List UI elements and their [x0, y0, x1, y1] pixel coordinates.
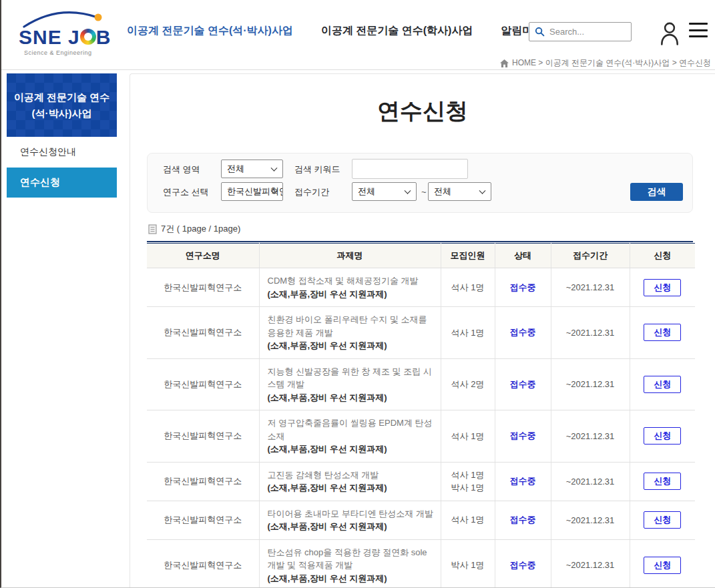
status-badge: 접수중: [510, 430, 536, 440]
sidebar-item-application[interactable]: 연수신청: [7, 168, 117, 198]
project-note: (소재,부품,장비 우선 지원과제): [268, 443, 435, 456]
apply-cell: 신청: [630, 268, 695, 307]
search-filter-panel: 검색 영역 전체 검색 키워드 연구소 선택 한국신발피혁연구소 접수기간 전체…: [147, 153, 693, 213]
table-row: 한국신발피혁연구소 타이어용 초내마모 부타디엔 탄성소재 개발 (소재,부품,…: [147, 501, 695, 539]
apply-cell: 신청: [630, 410, 695, 463]
col-apply: 신청: [630, 244, 695, 268]
search-field-select[interactable]: 전체: [221, 160, 283, 178]
col-project: 과제명: [259, 244, 441, 268]
apply-cell: 신청: [630, 307, 695, 359]
search-button[interactable]: 검색: [630, 183, 683, 201]
home-icon: [500, 59, 509, 67]
col-status: 상태: [495, 244, 551, 268]
institute-cell: 한국신발피혁연구소: [147, 410, 259, 463]
project-title: CDM형 접착소재 및 해체공정기술 개발: [268, 274, 435, 288]
apply-cell: 신청: [630, 501, 695, 539]
period-cell: ~2021.12.31: [551, 501, 630, 539]
col-institute: 연구소명: [147, 244, 259, 268]
breadcrumb[interactable]: HOME > 이공계 전문기술 연수(석·박사)사업 > 연수신청: [500, 57, 711, 69]
status-cell: 접수중: [495, 539, 551, 588]
search-icon[interactable]: [535, 27, 545, 37]
header-search-box[interactable]: [529, 22, 632, 41]
nav-item-bachelors-program[interactable]: 이공계 전문기술 연수(학사)사업: [321, 24, 473, 38]
project-note: (소재,부품,장비 우선 지원과제): [268, 288, 435, 301]
status-badge: 접수중: [510, 327, 536, 337]
project-note: (소재,부품,장비 우선 지원과제): [268, 391, 435, 404]
project-title: 지능형 신발공장을 위한 창 제조 및 조립 시스템 개발: [268, 365, 435, 391]
period-cell: ~2021.12.31: [551, 410, 630, 463]
table-body: 한국신발피혁연구소 CDM형 접착소재 및 해체공정기술 개발 (소재,부품,장…: [147, 268, 695, 588]
period-cell: ~2021.12.31: [551, 268, 630, 307]
result-summary-text: 7건 ( 1page / 1page): [161, 223, 240, 235]
quota-cell: 석사 1명: [441, 307, 495, 359]
apply-button[interactable]: 신청: [644, 511, 681, 529]
breadcrumb-text: HOME > 이공계 전문기술 연수(석·박사)사업 > 연수신청: [512, 57, 711, 69]
apply-button[interactable]: 신청: [644, 376, 681, 393]
apply-button[interactable]: 신청: [644, 557, 681, 574]
period-from-select[interactable]: 전체: [352, 182, 417, 201]
logo-o-ring: [80, 29, 96, 45]
institute-cell: 한국신발피혁연구소: [147, 462, 259, 501]
project-title: 탄소섬유 chop을 적용한 경량 절연화 sole 개발 및 적용제품 개발: [268, 546, 435, 572]
application-table: 연구소명 과제명 모집인원 상태 접수기간 신청 한국신발피혁연구소 CDM형 …: [147, 243, 695, 588]
institute-cell: 한국신발피혁연구소: [147, 268, 259, 307]
project-cell: 지능형 신발공장을 위한 창 제조 및 조립 시스템 개발 (소재,부품,장비 …: [259, 358, 441, 410]
status-badge: 접수중: [510, 379, 536, 389]
project-title: 저 영구압축줄음률이 씰링용 EPDM계 탄성소재: [268, 416, 435, 443]
period-label: 접수기간: [294, 183, 329, 202]
keyword-input[interactable]: [352, 159, 468, 179]
project-cell: 탄소섬유 chop을 적용한 경량 절연화 sole 개발 및 적용제품 개발 …: [259, 539, 441, 588]
col-quota: 모집인원: [441, 244, 495, 268]
project-title: 타이어용 초내마모 부타디엔 탄성소재 개발: [268, 507, 435, 521]
main-content: 연수신청 검색 영역 전체 검색 키워드 연구소 선택 한국신발피혁연구소 접수…: [130, 73, 715, 587]
sidebar-title: 이공계 전문기술 연수 (석·박사)사업: [7, 73, 117, 137]
period-cell: ~2021.12.31: [551, 358, 630, 410]
apply-button[interactable]: 신청: [644, 279, 681, 296]
quota-cell: 석사 1명: [441, 410, 495, 463]
sidebar: 이공계 전문기술 연수 (석·박사)사업 연수신청안내 연수신청: [7, 73, 117, 198]
project-note: (소재,부품,장비 우선 지원과제): [268, 339, 435, 352]
project-note: (소재,부품,장비 우선 지원과제): [268, 520, 435, 533]
header-search-input[interactable]: [549, 27, 623, 37]
logo-arc-icon: [19, 8, 112, 28]
institute-label: 연구소 선택: [163, 183, 209, 202]
nav-item-masters-program[interactable]: 이공계 전문기술 연수(석·박사)사업: [127, 24, 293, 38]
project-cell: 친환경 바이오 폴리우레탄 수지 및 소재를 응용한 제품 개발 (소재,부품,…: [259, 307, 441, 359]
status-badge: 접수중: [510, 282, 536, 292]
period-cell: ~2021.12.31: [551, 307, 630, 359]
result-summary: 7건 ( 1page / 1page): [148, 222, 693, 236]
table-row: 한국신발피혁연구소 CDM형 접착소재 및 해체공정기술 개발 (소재,부품,장…: [147, 268, 695, 307]
user-icon[interactable]: [658, 19, 682, 47]
status-badge: 접수중: [510, 560, 536, 570]
period-cell: ~2021.12.31: [551, 462, 630, 501]
project-note: (소재,부품,장비 우선 지원과제): [268, 481, 435, 495]
hamburger-menu-icon[interactable]: [689, 23, 708, 37]
institute-select[interactable]: 한국신발피혁연구소: [221, 182, 283, 201]
status-cell: 접수중: [495, 501, 551, 539]
apply-button[interactable]: 신청: [644, 324, 681, 341]
logo-subtext: Science & Engineering: [24, 49, 92, 56]
logo-text: SNE JB: [19, 26, 111, 49]
status-cell: 접수중: [495, 410, 551, 463]
page-title: 연수신청: [130, 94, 715, 127]
sidebar-item-application-guide[interactable]: 연수신청안내: [7, 137, 117, 168]
table-row: 한국신발피혁연구소 저 영구압축줄음률이 씰링용 EPDM계 탄성소재 (소재,…: [147, 410, 695, 463]
institute-cell: 한국신발피혁연구소: [147, 539, 259, 588]
period-cell: ~2021.12.31: [551, 539, 630, 588]
institute-cell: 한국신발피혁연구소: [147, 307, 259, 359]
logo[interactable]: SNE JB Science & Engineering: [17, 9, 117, 56]
table-row: 한국신발피혁연구소 지능형 신발공장을 위한 창 제조 및 조립 시스템 개발 …: [147, 358, 695, 410]
apply-cell: 신청: [630, 539, 695, 588]
project-title: 친환경 바이오 폴리우레탄 수지 및 소재를 응용한 제품 개발: [268, 313, 435, 339]
status-cell: 접수중: [495, 358, 551, 410]
apply-button[interactable]: 신청: [644, 427, 681, 445]
period-to-select[interactable]: 전체: [428, 182, 491, 201]
apply-button[interactable]: 신청: [644, 473, 681, 490]
period-tilde: ~: [421, 182, 427, 202]
table-row: 한국신발피혁연구소 친환경 바이오 폴리우레탄 수지 및 소재를 응용한 제품 …: [147, 307, 695, 359]
project-cell: CDM형 접착소재 및 해체공정기술 개발 (소재,부품,장비 우선 지원과제): [259, 268, 441, 307]
col-period: 접수기간: [551, 244, 630, 268]
project-cell: 타이어용 초내마모 부타디엔 탄성소재 개발 (소재,부품,장비 우선 지원과제…: [259, 501, 441, 539]
main-nav: 이공계 전문기술 연수(석·박사)사업 이공계 전문기술 연수(학사)사업 알림…: [127, 24, 543, 38]
quota-cell: 석사 2명: [441, 358, 495, 410]
